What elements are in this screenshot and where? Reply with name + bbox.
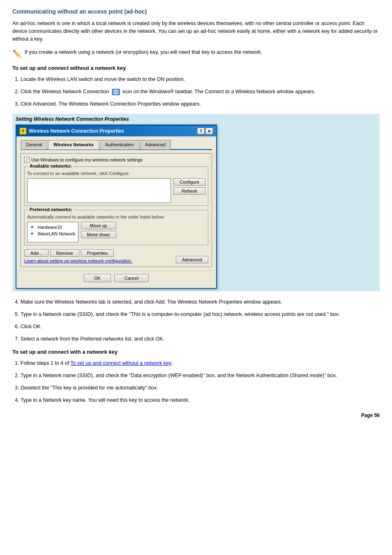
step-1-1: Locate the Wireless LAN switch and move … [21, 75, 380, 83]
steps-list-1: Locate the Wireless LAN switch and move … [21, 75, 380, 108]
available-networks-listbox[interactable] [27, 178, 171, 203]
learn-link[interactable]: Learn about setting up wireless network … [24, 258, 132, 263]
available-networks-title: Available networks: [28, 164, 74, 168]
dialog-title-text: Wireless Network Connection Properties [29, 128, 124, 134]
checkbox-label: Use Windows to configure my wireless net… [31, 157, 143, 162]
use-windows-checkbox[interactable]: ✓ [24, 157, 30, 162]
screenshot-label: Setting Wireless Network Connection Prop… [16, 116, 376, 122]
page-number: Page 56 [12, 412, 380, 418]
step-2-3: Deselect the "This key is provided for m… [21, 384, 380, 392]
dialog-body: General Wireless Networks Authentication… [16, 136, 216, 288]
refresh-button[interactable]: Refresh [173, 187, 205, 195]
step-1-2: Click the Wireless Network Connection ic… [21, 88, 380, 96]
intro-paragraph: An ad-hoc network is one in which a loca… [12, 20, 380, 43]
tab-general[interactable]: General [21, 140, 47, 150]
note-text: If you create a network using a network … [25, 48, 262, 56]
preferred-networks-content: Automatically connect to available netwo… [27, 214, 205, 242]
network-list-area: Configure Refresh [27, 178, 205, 203]
step-2-1: Follow steps 1 to 4 of To set up and con… [21, 359, 380, 367]
dialog-title-icon: ⬆ [20, 128, 26, 134]
help-button[interactable]: ? [197, 128, 205, 134]
available-networks-content: To connect to an available network, clic… [27, 171, 205, 203]
note-box: ✏️ If you create a network using a netwo… [12, 48, 380, 58]
step-cont-6: Click OK. [21, 322, 380, 331]
advanced-button[interactable]: Advanced [176, 256, 208, 263]
cancel-button[interactable]: Cancel [114, 274, 149, 282]
preferred-networks-group: Preferred networks: Automatically connec… [24, 210, 208, 245]
network-name-wavelan: WaveLAN Network [37, 231, 76, 236]
titlebar-left: ⬆ Wireless Network Connection Properties [20, 128, 124, 134]
link-no-key[interactable]: To set up and connect without a network … [70, 360, 171, 366]
step-2-4: Type in a Network key name. You will nee… [21, 396, 380, 404]
network-item-wavelan[interactable]: WaveLAN Network [29, 230, 76, 237]
move-buttons-column: Move up Move down [81, 222, 116, 238]
network-connection-icon [112, 89, 120, 95]
page-title: Communicating without an access point (a… [12, 8, 380, 15]
preferred-list-area: Hardware10 WaveLAN Network Move up Move … [27, 222, 205, 242]
section1-title: To set up and connect without a network … [12, 65, 380, 71]
remove-button[interactable]: Remove [50, 249, 79, 257]
wifi-icon-wavelan [30, 231, 36, 237]
wifi-icon-hardware10 [30, 224, 36, 230]
steps-list-1-cont: Make sure the Wireless Networks tab is s… [21, 298, 380, 343]
available-networks-buttons: Configure Refresh [173, 178, 205, 195]
tab-advanced[interactable]: Advanced [140, 140, 171, 150]
tab-authentication[interactable]: Authentication [100, 140, 139, 150]
preferred-networks-listbox[interactable]: Hardware10 WaveLAN Network [27, 222, 78, 242]
section2-title: To set up and connect with a network key [12, 349, 380, 355]
checkbox-row[interactable]: ✓ Use Windows to configure my wireless n… [24, 157, 208, 162]
available-networks-group: Available networks: To connect to an ava… [24, 166, 208, 206]
configure-button[interactable]: Configure [173, 178, 205, 186]
dialog-tabs: General Wireless Networks Authentication… [21, 140, 212, 150]
add-remove-properties-buttons: Add... Remove Properties [24, 249, 132, 257]
network-name-hardware10: Hardware10 [37, 225, 62, 230]
step-cont-5: Type in a Network name (SSID), and check… [21, 310, 380, 318]
note-icon: ✏️ [12, 49, 21, 58]
step-2-2: Type in a Network name (SSID), and check… [21, 371, 380, 380]
properties-button[interactable]: Properties [81, 249, 114, 257]
dialog-window: ⬆ Wireless Network Connection Properties… [16, 124, 217, 289]
preferred-networks-desc: Automatically connect to available netwo… [27, 214, 205, 219]
available-networks-desc: To connect to an available network, clic… [27, 171, 205, 176]
step-cont-7: Select a network from the Preferred netw… [21, 335, 380, 343]
dialog-footer: OK Cancel [21, 270, 212, 284]
close-button[interactable]: ✕ [205, 128, 213, 134]
dialog-titlebar: ⬆ Wireless Network Connection Properties… [16, 126, 216, 136]
titlebar-buttons[interactable]: ? ✕ [197, 128, 213, 134]
screenshot-container: Setting Wireless Network Connection Prop… [12, 114, 380, 291]
move-down-button[interactable]: Move down [81, 231, 116, 238]
tab-wireless-networks[interactable]: Wireless Networks [48, 140, 99, 150]
move-up-button[interactable]: Move up [81, 222, 116, 229]
add-button[interactable]: Add... [24, 249, 48, 257]
bottom-left-section: Add... Remove Properties Learn about set… [24, 249, 132, 263]
dialog-content-area: ✓ Use Windows to configure my wireless n… [21, 153, 212, 267]
ok-button[interactable]: OK [84, 274, 111, 282]
bottom-row: Add... Remove Properties Learn about set… [24, 249, 208, 263]
steps-list-2: Follow steps 1 to 4 of To set up and con… [21, 359, 380, 404]
step-1-3: Click Advanced. The Wireless Network Con… [21, 100, 380, 108]
step-cont-4: Make sure the Wireless Networks tab is s… [21, 298, 380, 306]
preferred-networks-title: Preferred networks: [28, 207, 74, 212]
network-item-hardware10[interactable]: Hardware10 [29, 224, 76, 230]
